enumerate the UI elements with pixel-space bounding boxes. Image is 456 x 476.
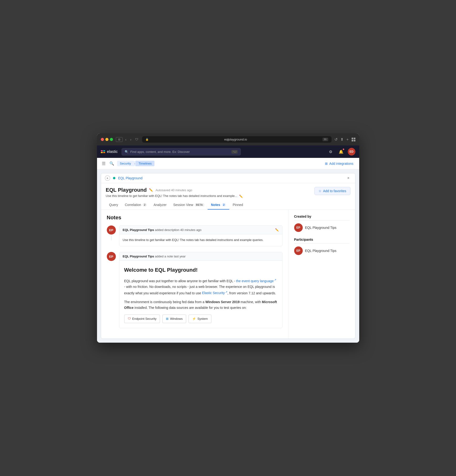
system-label: System bbox=[197, 316, 208, 322]
timeline-tabs: Query Correlation 2 Analyzer Session Vie… bbox=[101, 201, 355, 210]
external-link-icon-2: ↗ bbox=[225, 290, 228, 293]
tab-pinned[interactable]: Pinned bbox=[229, 201, 246, 210]
endpoint-security-label: Endpoint Security bbox=[132, 316, 157, 322]
nav-back-button[interactable]: ‹ bbox=[124, 137, 128, 142]
breadcrumb: Security › Timelines bbox=[117, 161, 155, 166]
shield-icon: 🛡 bbox=[134, 137, 139, 142]
note-action-1: added description 40 minutes ago bbox=[155, 228, 202, 232]
timeline-title: EQL Playground bbox=[106, 187, 147, 193]
tab-switcher[interactable]: ⊡ bbox=[116, 137, 123, 142]
tab-notes-label: Notes bbox=[211, 203, 220, 207]
timeline-title-edit-icon[interactable]: ✏️ bbox=[149, 188, 153, 192]
note-bold-windows-server: Windows Server 2019 bbox=[205, 300, 240, 304]
tab-query-label: Query bbox=[109, 203, 118, 207]
user-avatar[interactable]: ED bbox=[348, 148, 355, 155]
timeline-title-left: EQL Playground ✏️ Autosaved 40 minutes a… bbox=[106, 187, 315, 199]
refresh-button[interactable]: ↺ bbox=[334, 137, 338, 142]
tab-correlation[interactable]: Correlation 2 bbox=[122, 201, 150, 210]
timeline-description-edit-icon[interactable]: ✏️ bbox=[239, 195, 243, 198]
tab-analyzer-label: Analyzer bbox=[154, 203, 166, 207]
sidebar-participant-name: EQL Playground Tips bbox=[305, 249, 337, 253]
browser-controls: ⊡ ‹ › 🛡 bbox=[116, 137, 139, 142]
tab-notes-badge: 2 bbox=[222, 203, 226, 206]
note-card-1-header: EQL Playground Tips added description 40… bbox=[119, 226, 282, 234]
tab-analyzer[interactable]: Analyzer bbox=[150, 201, 170, 210]
tab-notes[interactable]: Notes 2 bbox=[208, 201, 229, 210]
windows-label: Windows bbox=[170, 316, 183, 322]
share-button[interactable]: ⬆ bbox=[340, 137, 343, 142]
timeline-title-section: EQL Playground ✏️ Autosaved 40 minutes a… bbox=[101, 183, 355, 199]
tab-correlation-badge: 2 bbox=[142, 203, 147, 206]
nav-actions: ⊞ Add integrations bbox=[323, 161, 355, 166]
note-author-2: EQL Playground Tips bbox=[123, 255, 154, 258]
data-tag-system[interactable]: ⚡ System bbox=[189, 314, 211, 323]
note-connector-line-1 bbox=[111, 236, 112, 240]
note-card-2-title: Welcome to EQL Playground! bbox=[124, 265, 277, 274]
add-favorites-label: Add to favorites bbox=[323, 189, 346, 193]
extensions-icon[interactable] bbox=[351, 138, 355, 141]
elastic-logo-text: elastic bbox=[107, 150, 118, 154]
add-integrations-icon: ⊞ bbox=[325, 162, 328, 165]
app-header: elastic 🔍 Find apps, content, and more. … bbox=[97, 145, 359, 158]
tab-query[interactable]: Query bbox=[106, 201, 122, 210]
settings-button[interactable]: ⚙ bbox=[327, 148, 334, 155]
tab-session-view[interactable]: Session View BETA bbox=[170, 201, 208, 210]
hamburger-menu-button[interactable]: ☰ bbox=[101, 160, 106, 167]
keyboard-shortcut: ⌘/ bbox=[323, 138, 328, 141]
sidebar-participant-person: EP EQL Playground Tips bbox=[294, 246, 350, 255]
add-to-favorites-button[interactable]: ☆ Add to favorites bbox=[314, 187, 350, 195]
notes-section-title: Notes bbox=[107, 214, 282, 221]
note-entry-2: EP EQL Playground Tips added a note last… bbox=[107, 252, 282, 328]
add-integrations-button[interactable]: ⊞ Add integrations bbox=[323, 161, 355, 166]
breadcrumb-timelines[interactable]: Timelines bbox=[136, 161, 154, 166]
close-button[interactable] bbox=[101, 138, 104, 141]
eql-link[interactable]: the event query language↗ bbox=[236, 279, 276, 283]
note-card-1: EQL Playground Tips added description 40… bbox=[119, 226, 282, 246]
data-tag-windows[interactable]: ⊞ Windows bbox=[162, 314, 186, 323]
note-card-2-body: Welcome to EQL Playground! EQL playgroun… bbox=[119, 261, 282, 328]
note-card-1-edit-icon[interactable]: ✏️ bbox=[275, 228, 279, 232]
note-bold-microsoft-office: Microsoft Office bbox=[124, 300, 277, 310]
search-placeholder-text: Find apps, content, and more. Ex: Discov… bbox=[130, 150, 229, 153]
timeline-status-dot bbox=[113, 177, 115, 179]
address-bar[interactable]: 🔒 eqlplayground.io ⌘/ bbox=[142, 136, 332, 143]
nav-forward-button[interactable]: › bbox=[129, 137, 132, 142]
notifications-button[interactable]: 🔔 bbox=[337, 148, 345, 155]
timeline-header-bar: + EQL Playground × bbox=[101, 173, 355, 183]
tab-pinned-label: Pinned bbox=[233, 203, 243, 207]
new-tab-button[interactable]: + bbox=[346, 137, 349, 142]
elastic-logo[interactable]: elastic bbox=[101, 150, 118, 154]
traffic-lights bbox=[101, 138, 113, 141]
timeline-autosaved: Autosaved 40 minutes ago bbox=[155, 188, 192, 192]
note-card-2-header: EQL Playground Tips added a note last ye… bbox=[119, 252, 282, 261]
sidebar-created-by-avatar: EP bbox=[294, 223, 303, 232]
sidebar-participant-avatar: EP bbox=[294, 246, 303, 255]
sidebar-created-by-title: Created by bbox=[294, 214, 350, 221]
timeline-header-link[interactable]: EQL Playground bbox=[118, 176, 142, 180]
data-tag-endpoint-security[interactable]: 🛡 Endpoint Security bbox=[124, 314, 160, 323]
nav-search-button[interactable]: 🔍 bbox=[108, 160, 115, 167]
elastic-security-link[interactable]: Elastic Security↗ bbox=[202, 291, 228, 295]
external-link-icon-1: ↗ bbox=[274, 278, 276, 281]
timeline-panel: + EQL Playground × EQL Playground ✏️ Aut… bbox=[101, 173, 355, 339]
new-timeline-button[interactable]: + bbox=[105, 176, 110, 181]
browser-actions: ↺ ⬆ + bbox=[334, 137, 355, 142]
notes-content: Notes EP EQL Playground Tips added descr bbox=[101, 210, 355, 339]
content-wrapper: + EQL Playground × EQL Playground ✏️ Aut… bbox=[97, 169, 359, 343]
note-timeline-connector-2: EP bbox=[107, 252, 116, 261]
nav-bar: ☰ 🔍 Security › Timelines ⊞ Add integrati… bbox=[97, 158, 359, 169]
note-card-1-meta: EQL Playground Tips added description 40… bbox=[123, 228, 202, 232]
maximize-button[interactable] bbox=[110, 138, 113, 141]
search-icon: 🔍 bbox=[125, 150, 129, 153]
timeline-close-button[interactable]: × bbox=[346, 175, 351, 181]
tab-correlation-label: Correlation bbox=[125, 203, 141, 207]
note-timeline-connector-1: EP bbox=[107, 226, 116, 240]
notes-sidebar: Created by EP EQL Playground Tips Partic… bbox=[289, 210, 355, 339]
endpoint-security-icon: 🛡 bbox=[128, 316, 131, 322]
breadcrumb-security[interactable]: Security bbox=[117, 161, 134, 166]
note-action-2: added a note last year bbox=[155, 255, 186, 258]
app-search-bar[interactable]: 🔍 Find apps, content, and more. Ex: Disc… bbox=[122, 148, 241, 155]
timeline-title-row: EQL Playground ✏️ Autosaved 40 minutes a… bbox=[106, 187, 315, 193]
note-card-2: EQL Playground Tips added a note last ye… bbox=[119, 252, 282, 328]
minimize-button[interactable] bbox=[105, 138, 108, 141]
